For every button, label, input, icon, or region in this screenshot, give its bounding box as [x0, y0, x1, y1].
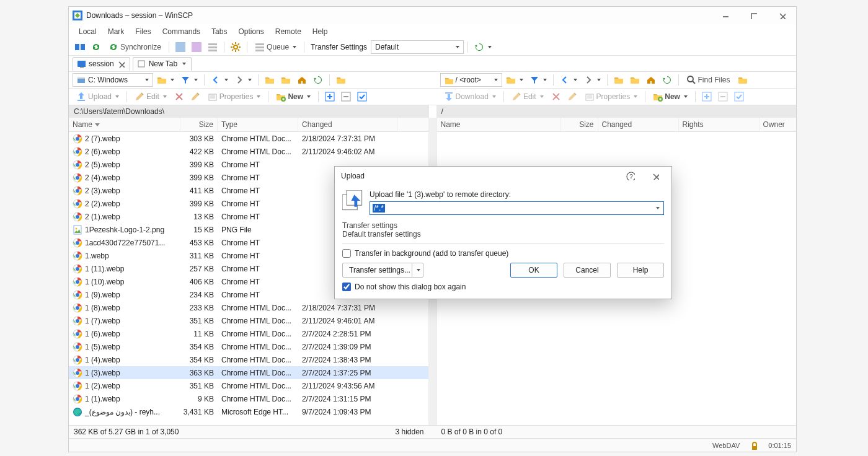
sel-check-r[interactable]: [732, 90, 746, 103]
edit-button-r[interactable]: Edit: [508, 90, 547, 103]
nav-fwd[interactable]: [232, 73, 254, 87]
tb-compare-icon[interactable]: [73, 40, 87, 54]
remote-hdr-changed[interactable]: Changed: [598, 118, 679, 131]
nav-parent[interactable]: [262, 73, 277, 87]
session-tab-active[interactable]: session: [73, 57, 130, 71]
dialog-help-button[interactable]: [618, 167, 643, 185]
nav-back[interactable]: [208, 73, 231, 87]
tb-refresh-icon[interactable]: [472, 40, 494, 54]
nav-home[interactable]: [294, 73, 309, 87]
sel-check[interactable]: [355, 90, 370, 103]
chevron-down-icon[interactable]: [412, 263, 423, 277]
tb-queue[interactable]: Queue: [251, 40, 300, 54]
tb-icon-c[interactable]: [205, 40, 220, 54]
menu-commands[interactable]: Commands: [157, 26, 205, 37]
new-button-r[interactable]: New: [649, 90, 691, 103]
nav-bookmark-r[interactable]: [735, 73, 750, 87]
file-row[interactable]: 1 (4).webp354 KBChrome HTML Doc...2/7/20…: [69, 353, 428, 366]
rename-button[interactable]: [188, 90, 203, 103]
remote-hdr-size[interactable]: Size: [561, 118, 598, 131]
file-row[interactable]: 1 (5).webp354 KBChrome HTML Doc...2/7/20…: [69, 340, 428, 353]
sel-minus[interactable]: [339, 90, 353, 103]
dialog-close-button[interactable]: [643, 167, 668, 185]
local-hdr-changed[interactable]: Changed: [298, 118, 397, 131]
menu-remote[interactable]: Remote: [270, 26, 306, 37]
menu-mark[interactable]: Mark: [103, 26, 130, 37]
cancel-button[interactable]: Cancel: [564, 263, 611, 278]
transfer-settings-combo[interactable]: Default: [371, 40, 464, 54]
menu-tabs[interactable]: Tabs: [206, 26, 232, 37]
nav-root-r[interactable]: [627, 73, 642, 87]
upload-button[interactable]: Upload: [73, 90, 123, 103]
chevron-down-icon: [182, 63, 186, 65]
remote-hdr-name[interactable]: Name: [437, 118, 561, 131]
file-row[interactable]: 2 (7).webp303 KBChrome HTML Doc...2/18/2…: [69, 132, 428, 145]
maximize-button[interactable]: [739, 7, 768, 24]
nav-refresh[interactable]: [311, 73, 326, 87]
edit-button[interactable]: Edit: [131, 90, 170, 103]
tb-options-icon[interactable]: [228, 40, 243, 54]
local-path-bar[interactable]: C:\Users\fatem\Downloads\: [69, 105, 429, 118]
local-hdr-size[interactable]: Size: [180, 118, 218, 131]
help-button[interactable]: Help: [617, 263, 664, 278]
file-row[interactable]: 1 (3).webp363 KBChrome HTML Doc...2/7/20…: [69, 366, 428, 379]
menu-local[interactable]: Local: [74, 26, 102, 37]
file-row[interactable]: 1 (8).webp233 KBChrome HTML Doc...2/18/2…: [69, 301, 428, 314]
nav-fwd-r[interactable]: [581, 73, 603, 87]
local-status-bar: 362 KB of 5.27 GB in 1 of 3,050 3 hidden: [69, 426, 429, 438]
rename-button-r[interactable]: [565, 90, 580, 103]
tb-synchronize[interactable]: Synchronize: [105, 40, 165, 54]
menu-help[interactable]: Help: [308, 26, 333, 37]
local-hdr-type[interactable]: Type: [218, 118, 298, 131]
properties-button[interactable]: Properties: [204, 90, 265, 103]
session-tab-new[interactable]: New Tab: [133, 57, 192, 71]
tb-icon-b[interactable]: [189, 40, 204, 54]
dont-show-checkbox[interactable]: [342, 283, 351, 291]
tb-sync1-icon[interactable]: [89, 40, 104, 54]
dont-show-check[interactable]: Do not show this dialog box again: [342, 283, 664, 291]
nav-back-r[interactable]: [557, 73, 580, 87]
nav-open-folder[interactable]: [154, 73, 177, 87]
local-drive-combo[interactable]: C: Windows: [73, 73, 153, 87]
sel-minus-r[interactable]: [715, 90, 730, 103]
delete-button[interactable]: [172, 90, 187, 103]
nav-bookmark[interactable]: [334, 73, 348, 87]
menu-files[interactable]: Files: [130, 26, 156, 37]
close-window-button[interactable]: [768, 7, 796, 24]
local-hdr-name[interactable]: Name: [69, 118, 180, 131]
new-button[interactable]: New: [272, 90, 314, 103]
close-tab-icon[interactable]: [117, 60, 125, 68]
nav-parent-r[interactable]: [611, 73, 626, 87]
nav-refresh-r[interactable]: [660, 73, 675, 87]
tb-icon-a[interactable]: [173, 40, 188, 54]
file-row[interactable]: _(بدون موضوع) - reyh...3,431 KBMicrosoft…: [69, 405, 428, 418]
transfer-bg-checkbox[interactable]: [342, 249, 351, 258]
find-files-button[interactable]: Find Files: [683, 73, 734, 87]
properties-button-r[interactable]: Properties: [581, 90, 642, 103]
download-button[interactable]: Download: [440, 90, 500, 103]
file-row[interactable]: 1 (2).webp351 KBChrome HTML Doc...2/11/2…: [69, 379, 428, 392]
minimize-button[interactable]: [711, 7, 739, 24]
delete-button-r[interactable]: [549, 90, 564, 103]
nav-filter-r[interactable]: [527, 73, 549, 87]
remote-path-bar[interactable]: /: [436, 105, 797, 118]
transfer-bg-check[interactable]: Transfer in background (add to transfer …: [342, 249, 664, 258]
nav-open-folder-r[interactable]: [503, 73, 526, 87]
transfer-settings-button[interactable]: Transfer settings...: [342, 263, 423, 278]
remote-hdr-owner[interactable]: Owner: [760, 118, 797, 131]
dialog-path-input[interactable]: /*.*: [370, 201, 664, 215]
remote-drive-combo[interactable]: / <root>: [440, 73, 502, 87]
file-row[interactable]: 2 (6).webp422 KBChrome HTML Doc...2/11/2…: [69, 145, 428, 158]
file-row[interactable]: 1 (1).webp9 KBChrome HTML Doc...2/7/2024…: [69, 392, 428, 405]
ok-button[interactable]: OK: [510, 263, 557, 278]
nav-home-r[interactable]: [644, 73, 658, 87]
file-row[interactable]: 1 (6).webp11 KBChrome HTML Doc...2/7/202…: [69, 327, 428, 340]
nav-root[interactable]: [278, 73, 293, 87]
sel-plus-r[interactable]: [699, 90, 714, 103]
file-row[interactable]: 1 (7).webp351 KBChrome HTML Doc...2/11/2…: [69, 314, 428, 327]
menu-options[interactable]: Options: [233, 26, 268, 37]
app-icon: [73, 11, 82, 20]
nav-filter[interactable]: [178, 73, 200, 87]
remote-hdr-rights[interactable]: Rights: [679, 118, 760, 131]
sel-plus[interactable]: [322, 90, 337, 103]
